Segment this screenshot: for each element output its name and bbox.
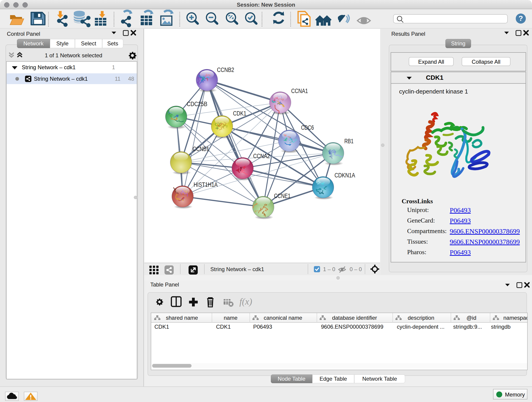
svg-text:CCNB1: CCNB1 <box>193 146 209 153</box>
svg-text:CCNA2: CCNA2 <box>253 153 270 160</box>
svg-text:CDC25B: CDC25B <box>187 101 207 108</box>
svg-text:CCNE1: CCNE1 <box>274 192 291 199</box>
svg-text:CCNA1: CCNA1 <box>291 88 308 95</box>
svg-text:RB1: RB1 <box>344 138 354 145</box>
svg-text:f(x): f(x) <box>239 296 252 307</box>
svg-text:CCNB2: CCNB2 <box>217 66 234 73</box>
svg-text:CDC6: CDC6 <box>301 124 314 131</box>
svg-text:CDK1: CDK1 <box>233 110 246 117</box>
svg-text:?: ? <box>519 14 523 22</box>
svg-text:HIST1H1A: HIST1H1A <box>194 181 218 188</box>
svg-text:CDKN1A: CDKN1A <box>335 172 355 179</box>
